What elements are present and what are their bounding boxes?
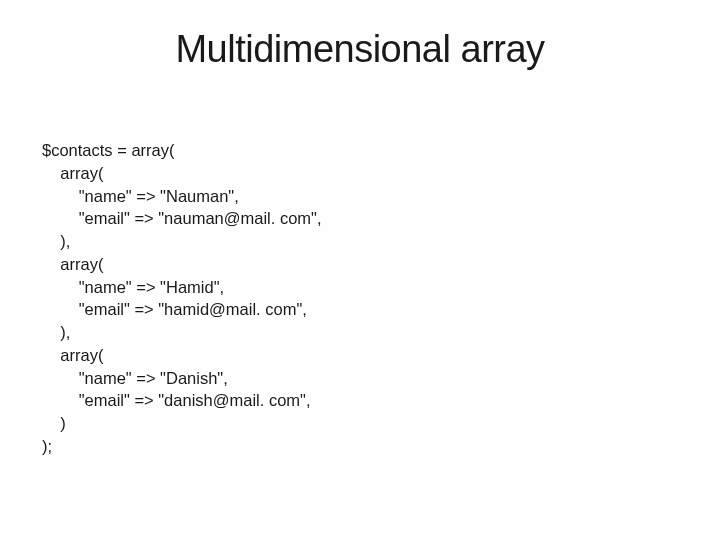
slide-title: Multidimensional array [42, 28, 678, 71]
code-block: $contacts = array( array( "name" => "Nau… [42, 139, 678, 458]
slide-container: Multidimensional array $contacts = array… [0, 0, 720, 540]
